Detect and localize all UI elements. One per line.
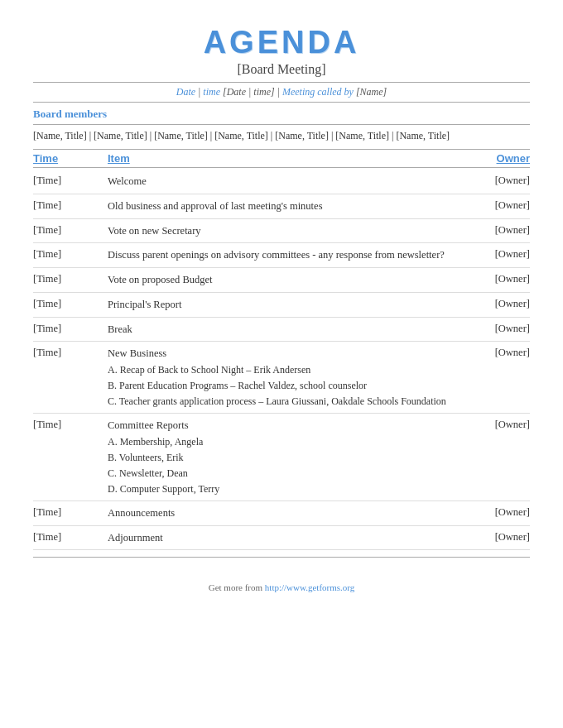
sub-item: D. Computer Support, Terry (108, 481, 464, 496)
called-by-label: Meeting called by (282, 86, 354, 98)
board-members-label: Board members (33, 108, 530, 121)
called-by-value: [Name] (356, 86, 387, 98)
item-cell: Vote on new Secretary (108, 223, 464, 239)
item-cell: Committee ReportsA. Membership, AngelaB.… (108, 418, 464, 496)
owner-cell: [Owner] (464, 272, 530, 285)
table-row: [Time]Principal's Report[Owner] (33, 293, 530, 318)
item-cell: Vote on proposed Budget (108, 272, 464, 288)
item-cell: Adjournment (108, 530, 464, 546)
bottom-divider (33, 557, 530, 558)
table-row: [Time]Adjournment[Owner] (33, 526, 530, 551)
owner-cell: [Owner] (464, 346, 530, 359)
table-row: [Time]Discuss parent openings on advisor… (33, 243, 530, 268)
table-row: [Time]New BusinessA. Recap of Back to Sc… (33, 342, 530, 414)
table-row: [Time]Announcements[Owner] (33, 501, 530, 526)
time-cell: [Time] (33, 223, 108, 237)
date-label: Date (176, 86, 195, 98)
time-cell: [Time] (33, 418, 108, 431)
members-divider (33, 124, 530, 125)
sub-item: A. Recap of Back to School Night – Erik … (108, 362, 464, 377)
owner-cell: [Owner] (464, 530, 530, 544)
sub-item: B. Parent Education Programs – Rachel Va… (108, 378, 464, 393)
table-row: [Time]Committee ReportsA. Membership, An… (33, 414, 530, 501)
second-divider (33, 102, 530, 103)
owner-cell: [Owner] (464, 322, 530, 335)
footer-text: Get more from (209, 582, 265, 592)
date-time-value: [Date | time] (223, 86, 275, 98)
board-members-list: [Name, Title] | [Name, Title] | [Name, T… (33, 130, 530, 142)
meeting-type: [Board Meeting] (33, 62, 530, 77)
col-item: Item (108, 152, 464, 165)
table-row: [Time]Break[Owner] (33, 318, 530, 342)
time-cell: [Time] (33, 174, 108, 187)
item-cell: Welcome (108, 174, 464, 189)
sub-item: B. Volunteers, Erik (108, 450, 464, 465)
top-divider (33, 82, 530, 83)
col-owner: Owner (464, 152, 530, 165)
time-cell: [Time] (33, 297, 108, 310)
agenda-title: AGENDA (33, 25, 530, 60)
item-cell: New BusinessA. Recap of Back to School N… (108, 346, 464, 409)
sub-item: C. Newsletter, Dean (108, 466, 464, 481)
owner-cell: [Owner] (464, 247, 530, 261)
table-header: Time Item Owner (33, 149, 530, 168)
time-cell: [Time] (33, 505, 108, 519)
table-row: [Time]Old business and approval of last … (33, 194, 530, 219)
item-cell: Old business and approval of last meetin… (108, 199, 464, 214)
agenda-rows: [Time]Welcome[Owner][Time]Old business a… (33, 170, 530, 550)
title-section: AGENDA [Board Meeting] (33, 25, 530, 77)
item-cell: Discuss parent openings on advisory comm… (108, 247, 464, 263)
item-cell: Announcements (108, 505, 464, 521)
time-cell: [Time] (33, 199, 108, 212)
item-cell: Principal's Report (108, 297, 464, 313)
footer: Get more from http://www.getforms.org (33, 582, 530, 592)
time-label: time (203, 86, 220, 98)
owner-cell: [Owner] (464, 505, 530, 519)
meta-line: Date | time [Date | time] | Meeting call… (33, 86, 530, 98)
time-cell: [Time] (33, 530, 108, 544)
time-cell: [Time] (33, 272, 108, 285)
sub-item: A. Membership, Angela (108, 434, 464, 449)
sub-item: C. Teacher grants application process – … (108, 394, 464, 409)
table-row: [Time]Welcome[Owner] (33, 170, 530, 194)
owner-cell: [Owner] (464, 174, 530, 187)
time-cell: [Time] (33, 247, 108, 261)
table-row: [Time]Vote on new Secretary[Owner] (33, 219, 530, 244)
owner-cell: [Owner] (464, 297, 530, 310)
time-cell: [Time] (33, 346, 108, 359)
item-cell: Break (108, 322, 464, 338)
owner-cell: [Owner] (464, 199, 530, 212)
footer-link[interactable]: http://www.getforms.org (265, 582, 354, 592)
time-cell: [Time] (33, 322, 108, 335)
owner-cell: [Owner] (464, 418, 530, 431)
col-time: Time (33, 152, 108, 165)
owner-cell: [Owner] (464, 223, 530, 237)
table-row: [Time]Vote on proposed Budget[Owner] (33, 268, 530, 293)
